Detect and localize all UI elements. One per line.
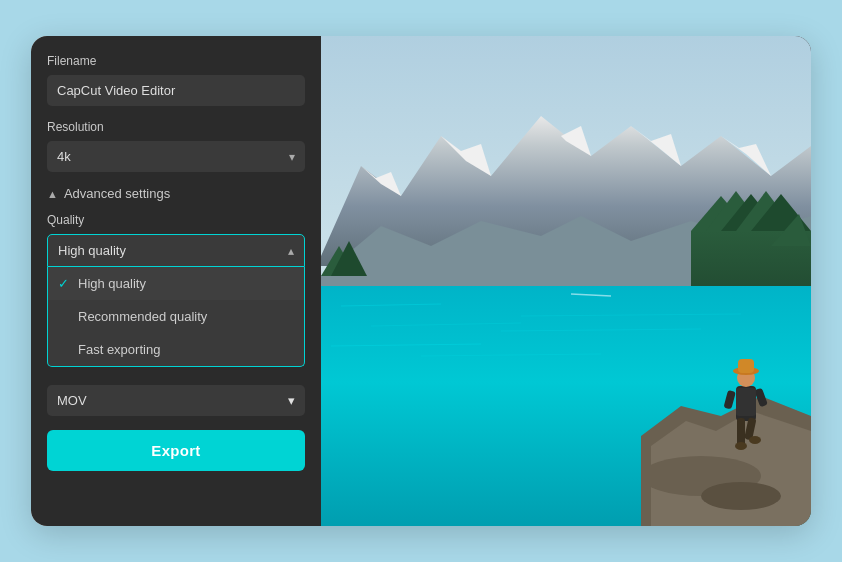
- resolution-value: 4k: [57, 149, 71, 164]
- svg-point-33: [749, 436, 761, 444]
- quality-chevron-up-icon: ▴: [288, 244, 294, 258]
- export-button[interactable]: Export: [47, 430, 305, 471]
- quality-dropdown: High quality ▴ High quality Recommended …: [47, 234, 305, 367]
- export-dialog: Filename Resolution 4k ▾ ▲ Advanced sett…: [31, 36, 811, 526]
- resolution-chevron-icon: ▾: [289, 150, 295, 164]
- quality-option-recommended-label: Recommended quality: [78, 309, 207, 324]
- svg-rect-36: [738, 359, 754, 373]
- quality-trigger[interactable]: High quality ▴: [47, 234, 305, 267]
- quality-options-list: High quality Recommended quality Fast ex…: [47, 267, 305, 367]
- quality-option-high[interactable]: High quality: [48, 267, 304, 300]
- advanced-caret-icon: ▲: [47, 188, 58, 200]
- filename-label: Filename: [47, 54, 305, 68]
- svg-rect-30: [737, 418, 745, 446]
- resolution-label: Resolution: [47, 120, 305, 134]
- lake-scene: [321, 36, 811, 526]
- quality-label: Quality: [47, 213, 305, 227]
- preview-panel: [321, 36, 811, 526]
- filename-input[interactable]: [47, 75, 305, 106]
- quality-option-fast[interactable]: Fast exporting: [48, 333, 304, 366]
- format-value: MOV: [57, 393, 87, 408]
- quality-option-high-label: High quality: [78, 276, 146, 291]
- format-select[interactable]: MOV ▾: [47, 385, 305, 416]
- svg-point-32: [735, 442, 747, 450]
- svg-point-28: [701, 482, 781, 510]
- quality-option-fast-label: Fast exporting: [78, 342, 160, 357]
- quality-selected-value: High quality: [58, 243, 126, 258]
- advanced-settings-label: Advanced settings: [64, 186, 170, 201]
- quality-option-recommended[interactable]: Recommended quality: [48, 300, 304, 333]
- format-chevron-icon: ▾: [288, 393, 295, 408]
- settings-panel: Filename Resolution 4k ▾ ▲ Advanced sett…: [31, 36, 321, 526]
- advanced-settings-toggle[interactable]: ▲ Advanced settings: [47, 186, 305, 201]
- svg-rect-39: [736, 388, 756, 416]
- resolution-select[interactable]: 4k ▾: [47, 141, 305, 172]
